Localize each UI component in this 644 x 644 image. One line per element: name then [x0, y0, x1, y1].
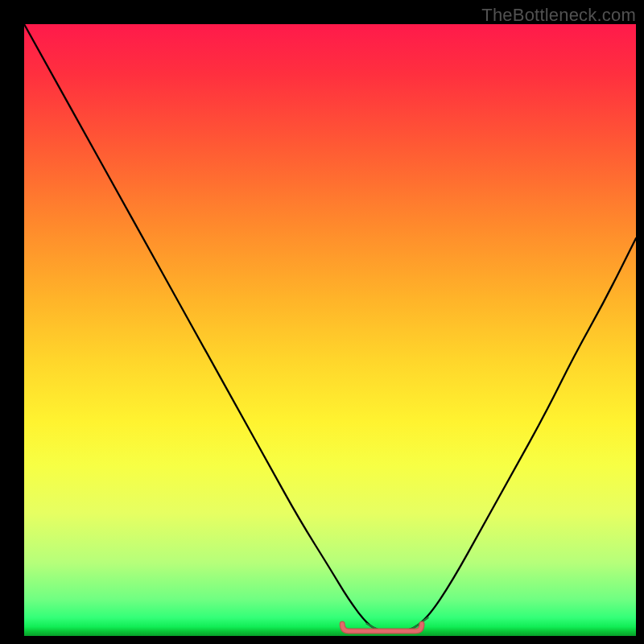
- chart-overlay-svg: [0, 0, 644, 644]
- optimal-range-bracket-inner: [342, 624, 422, 631]
- bottleneck-curve: [24, 24, 636, 633]
- watermark-text: TheBottleneck.com: [481, 5, 636, 26]
